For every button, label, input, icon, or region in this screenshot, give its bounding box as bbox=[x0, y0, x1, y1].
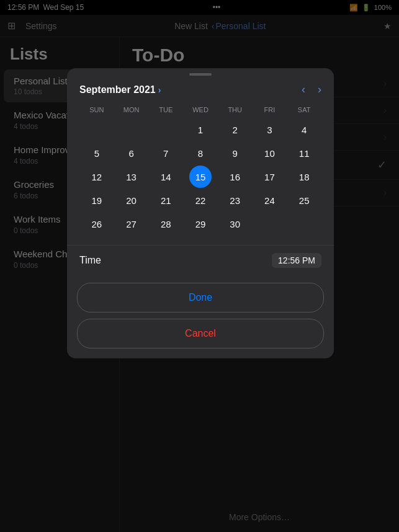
handle-bar bbox=[189, 73, 212, 76]
calendar-day[interactable]: 2 bbox=[218, 118, 253, 141]
next-month-button[interactable]: › bbox=[318, 83, 321, 96]
calendar-day[interactable]: 4 bbox=[287, 118, 321, 141]
calendar-day[interactable]: 12 bbox=[79, 166, 114, 188]
calendar-day[interactable]: 27 bbox=[114, 213, 149, 235]
calendar-header: September 2021 › ‹ › bbox=[79, 83, 321, 96]
calendar-nav: ‹ › bbox=[302, 83, 321, 96]
calendar-day bbox=[148, 118, 183, 141]
day-header-mon: MON bbox=[114, 104, 149, 116]
calendar-day[interactable]: 17 bbox=[253, 166, 287, 188]
calendar-day[interactable]: 8 bbox=[183, 142, 218, 164]
calendar-day[interactable]: 28 bbox=[148, 213, 183, 235]
calendar-day[interactable]: 15 bbox=[189, 166, 212, 188]
calendar-day[interactable]: 6 bbox=[114, 142, 149, 164]
calendar-day bbox=[79, 118, 114, 141]
calendar-day[interactable]: 16 bbox=[218, 166, 253, 188]
prev-month-button[interactable]: ‹ bbox=[302, 83, 305, 96]
calendar-day[interactable]: 1 bbox=[183, 118, 218, 141]
calendar-day[interactable]: 18 bbox=[287, 166, 321, 188]
time-value[interactable]: 12:56 PM bbox=[272, 253, 321, 268]
calendar-day[interactable]: 14 bbox=[148, 166, 183, 188]
calendar-day bbox=[287, 213, 321, 235]
calendar-day[interactable]: 25 bbox=[287, 189, 321, 211]
calendar-day[interactable]: 29 bbox=[183, 213, 218, 235]
time-label: Time bbox=[79, 255, 101, 266]
calendar-day[interactable]: 11 bbox=[287, 142, 321, 164]
time-row: Time 12:56 PM bbox=[67, 245, 334, 275]
calendar-day[interactable]: 20 bbox=[114, 189, 149, 211]
day-header-tue: TUE bbox=[148, 104, 183, 116]
month-year-label: September 2021 bbox=[79, 84, 156, 95]
calendar-month: September 2021 › bbox=[79, 84, 161, 95]
calendar-day[interactable]: 7 bbox=[148, 142, 183, 164]
day-header-sun: SUN bbox=[79, 104, 114, 116]
modal-buttons: Done Cancel bbox=[67, 275, 334, 358]
day-headers: SUN MON TUE WED THU FRI SAT bbox=[79, 104, 321, 116]
calendar-day[interactable]: 19 bbox=[79, 189, 114, 211]
calendar-day bbox=[253, 213, 287, 235]
calendar-day[interactable]: 3 bbox=[253, 118, 287, 141]
calendar-day[interactable]: 22 bbox=[183, 189, 218, 211]
calendar-modal: September 2021 › ‹ › SUN MON TUE WED THU… bbox=[67, 68, 334, 358]
calendar-day[interactable]: 10 bbox=[253, 142, 287, 164]
calendar-day[interactable]: 21 bbox=[148, 189, 183, 211]
cancel-button[interactable]: Cancel bbox=[77, 319, 324, 348]
day-header-wed: WED bbox=[183, 104, 218, 116]
done-button[interactable]: Done bbox=[77, 283, 324, 313]
day-header-thu: THU bbox=[218, 104, 253, 116]
calendar-day[interactable]: 23 bbox=[218, 189, 253, 211]
calendar-grid: 1234567891011121314151617181920212223242… bbox=[79, 118, 321, 235]
day-header-sat: SAT bbox=[287, 104, 321, 116]
calendar-day[interactable]: 9 bbox=[218, 142, 253, 164]
calendar-day[interactable]: 13 bbox=[114, 166, 149, 188]
modal-handle bbox=[67, 68, 334, 78]
calendar-day[interactable]: 24 bbox=[253, 189, 287, 211]
calendar-day bbox=[114, 118, 149, 141]
expand-month-icon[interactable]: › bbox=[158, 85, 161, 95]
calendar-day[interactable]: 5 bbox=[79, 142, 114, 164]
calendar-section: September 2021 › ‹ › SUN MON TUE WED THU… bbox=[67, 78, 334, 245]
calendar-day[interactable]: 26 bbox=[79, 213, 114, 235]
calendar-day[interactable]: 30 bbox=[218, 213, 253, 235]
day-header-fri: FRI bbox=[253, 104, 287, 116]
